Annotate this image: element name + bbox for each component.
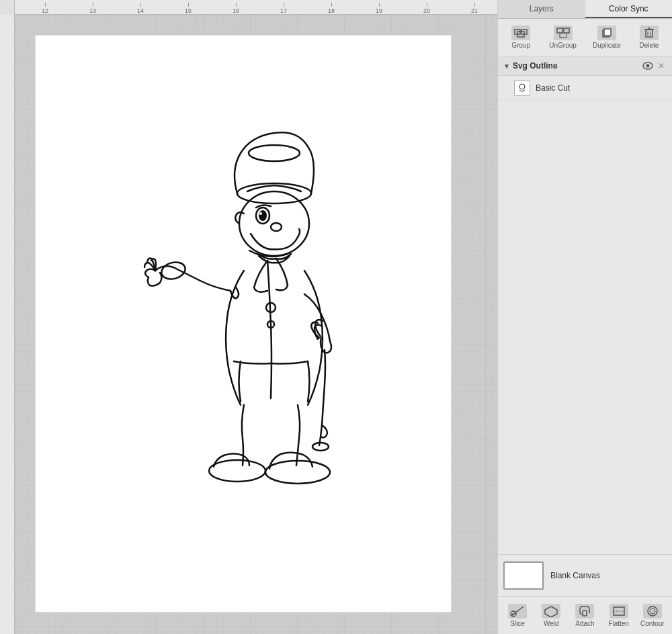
delete-button[interactable]: Delete [633, 23, 665, 52]
ruler-mark-14: 14 [137, 3, 144, 14]
layer-group-header[interactable]: ▼ Svg Outline ✕ [498, 56, 672, 76]
svg-point-10 [259, 210, 267, 221]
svg-rect-22 [557, 28, 562, 33]
ungroup-button[interactable]: UnGroup [545, 23, 581, 52]
group-label: Group [511, 42, 530, 49]
svg-rect-23 [564, 28, 569, 33]
slice-button[interactable]: Slice [501, 601, 534, 630]
svg-point-15 [160, 260, 187, 281]
delete-icon [640, 26, 659, 40]
attach-button[interactable]: Attach [569, 601, 601, 630]
layer-visibility-icon[interactable] [642, 60, 653, 71]
svg-point-18 [265, 461, 330, 484]
ruler-left-marks [0, 15, 14, 634]
attach-icon [575, 604, 594, 619]
weld-icon [542, 604, 560, 619]
right-panel: Layers Color Sync Group [497, 0, 672, 634]
flatten-icon [610, 604, 628, 619]
svg-point-33 [646, 64, 650, 68]
svg-rect-24 [560, 33, 566, 38]
attach-label: Attach [575, 620, 594, 627]
layer-close-icon[interactable]: ✕ [656, 60, 667, 71]
canvas-mat[interactable] [15, 15, 497, 634]
canvas-page [35, 35, 452, 613]
svg-point-34 [519, 84, 525, 89]
ungroup-label: UnGroup [549, 42, 577, 49]
duplicate-icon [597, 26, 616, 40]
svg-rect-26 [604, 29, 611, 36]
flatten-button[interactable]: Flatten [603, 601, 635, 630]
ruler-top: 12 13 14 15 16 17 [0, 0, 497, 15]
slice-icon [508, 604, 527, 619]
weld-button[interactable]: Weld [535, 601, 567, 630]
ruler-top-marks: 12 13 14 15 16 17 [15, 0, 497, 14]
canvas-area: 12 13 14 15 16 17 [0, 0, 497, 634]
ruler-corner [0, 0, 15, 15]
delete-label: Delete [639, 42, 659, 49]
slice-label: Slice [510, 620, 525, 627]
tab-color-sync[interactable]: Color Sync [585, 0, 673, 18]
svg-point-42 [650, 608, 655, 614]
character-svg [96, 116, 432, 533]
svg-point-6 [237, 183, 311, 203]
duplicate-button[interactable]: Duplicate [589, 23, 625, 52]
svg-point-12 [271, 223, 282, 231]
layer-item[interactable]: Basic Cut [498, 76, 672, 101]
svg-rect-27 [646, 30, 653, 37]
layer-group-title: Svg Outline [513, 61, 640, 71]
ruler-mark-15: 15 [185, 3, 192, 14]
contour-icon [643, 604, 662, 619]
weld-label: Weld [544, 620, 559, 627]
ruler-mark-20: 20 [423, 3, 430, 14]
layers-section: ▼ Svg Outline ✕ Basic Cut [498, 56, 672, 554]
svg-point-11 [259, 212, 262, 215]
ruler-mark-12: 12 [42, 3, 48, 14]
tab-layers[interactable]: Layers [498, 0, 585, 18]
svg-point-37 [512, 614, 514, 616]
blank-canvas-section: Blank Canvas [498, 554, 672, 596]
layer-item-name: Basic Cut [536, 83, 570, 93]
group-button[interactable]: Group [505, 23, 537, 52]
svg-marker-38 [545, 606, 557, 617]
bottom-toolbar: Slice Weld Attach [498, 596, 672, 634]
ruler-mark-17: 17 [280, 3, 287, 14]
layer-item-thumbnail [514, 80, 530, 96]
blank-canvas-label: Blank Canvas [550, 571, 600, 580]
flatten-label: Flatten [608, 620, 629, 627]
ruler-mark-19: 19 [376, 3, 382, 14]
svg-point-16 [312, 443, 329, 451]
blank-canvas-thumbnail [503, 561, 544, 590]
jiminy-cricket-svg [96, 116, 432, 519]
ruler-left [0, 15, 15, 634]
contour-button[interactable]: Contour [636, 601, 669, 630]
ruler-mark-13: 13 [89, 3, 96, 14]
group-icon [511, 26, 530, 40]
ungroup-icon [554, 26, 573, 40]
duplicate-label: Duplicate [593, 42, 621, 49]
ruler-mark-18: 18 [328, 3, 335, 14]
svg-point-41 [648, 606, 657, 616]
panel-toolbar: Group UnGroup Duplicate [498, 19, 672, 56]
ruler-mark-16: 16 [233, 3, 239, 14]
ruler-mark-21: 21 [471, 3, 478, 14]
expand-arrow-icon: ▼ [503, 62, 510, 70]
svg-point-17 [209, 460, 265, 482]
contour-label: Contour [640, 620, 665, 627]
tab-bar: Layers Color Sync [498, 0, 672, 19]
svg-point-7 [249, 145, 300, 161]
